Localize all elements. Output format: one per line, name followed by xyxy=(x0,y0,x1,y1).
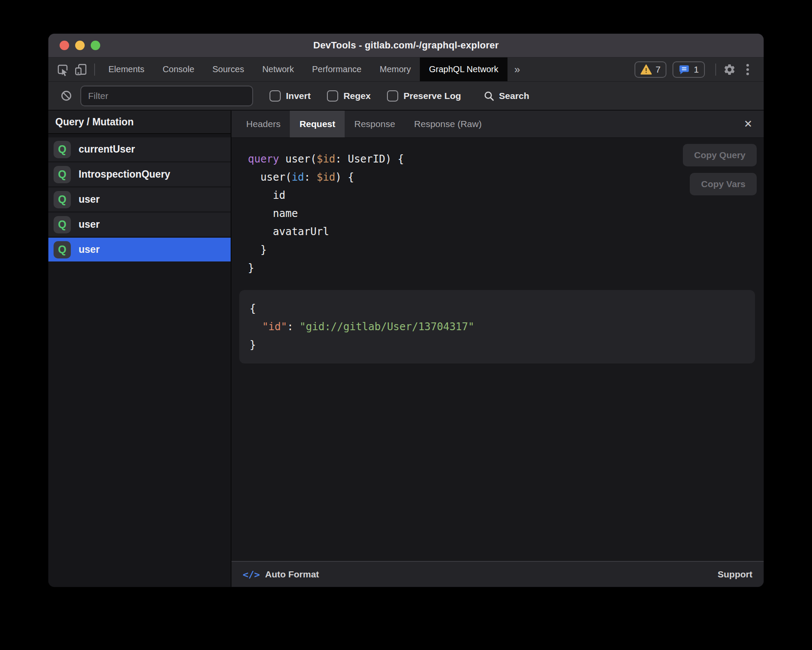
tab-memory[interactable]: Memory xyxy=(371,57,420,81)
code-line: } xyxy=(250,336,745,354)
auto-format-button[interactable]: </> Auto Format xyxy=(243,569,319,580)
desktop-background: DevTools - gitlab.com/-/graphql-explorer xyxy=(0,0,812,650)
auto-format-label: Auto Format xyxy=(265,569,319,580)
request-content: Copy Query Copy Vars query user($id: Use… xyxy=(232,138,764,561)
tab-network[interactable]: Network xyxy=(253,57,303,81)
titlebar: DevTools - gitlab.com/-/graphql-explorer xyxy=(48,34,764,57)
issue-count: 1 xyxy=(694,64,699,75)
search-button[interactable]: Search xyxy=(483,90,529,102)
inspect-element-icon[interactable] xyxy=(54,61,72,79)
checkbox-invert[interactable]: Invert xyxy=(270,90,311,102)
checkbox-box[interactable] xyxy=(270,90,281,102)
code-format-icon: </> xyxy=(243,569,260,580)
code-line: } xyxy=(248,241,764,259)
checkbox-label: Regex xyxy=(343,91,371,101)
copy-query-button[interactable]: Copy Query xyxy=(683,144,757,166)
query-name-label: user xyxy=(79,244,100,255)
tab-graphql-network[interactable]: GraphQL Network xyxy=(420,57,507,81)
query-name-label: user xyxy=(79,219,100,230)
devtools-tabs: ElementsConsoleSourcesNetworkPerformance… xyxy=(99,57,508,81)
block-icon xyxy=(60,90,72,102)
detail-tab-headers[interactable]: Headers xyxy=(237,111,290,137)
code-line: "id": "gid://gitlab/User/13704317" xyxy=(250,318,745,336)
sidebar-header: Query / Mutation xyxy=(48,111,231,134)
inspect-element-icon xyxy=(56,63,69,76)
checkbox-box[interactable] xyxy=(387,90,398,102)
code-line: } xyxy=(248,259,764,277)
query-list-item-user[interactable]: Q user xyxy=(48,238,231,261)
tab-elements[interactable]: Elements xyxy=(99,57,153,81)
query-list-item-currentuser[interactable]: Q currentUser xyxy=(48,137,231,161)
query-type-badge: Q xyxy=(54,241,71,258)
detail-tab-response-raw[interactable]: Response (Raw) xyxy=(405,111,491,137)
warning-count: 7 xyxy=(656,64,661,75)
copy-buttons: Copy Query Copy Vars xyxy=(683,144,757,195)
toolbar-divider xyxy=(715,64,716,76)
panel-footer: </> Auto Format Support xyxy=(232,561,764,587)
query-list: Q currentUser Q IntrospectionQuery Q use… xyxy=(48,134,231,263)
settings-gear-icon[interactable] xyxy=(720,61,739,79)
kebab-menu-icon[interactable] xyxy=(739,61,757,79)
filter-checkboxes: Invert Regex Preserve Log xyxy=(253,90,461,102)
kebab-menu-icon xyxy=(746,64,749,75)
checkbox-preserve-log[interactable]: Preserve Log xyxy=(387,90,461,102)
query-list-item-user[interactable]: Q user xyxy=(48,188,231,211)
devtools-window: DevTools - gitlab.com/-/graphql-explorer xyxy=(48,34,764,587)
traffic-lights xyxy=(60,34,100,57)
query-list-item-user[interactable]: Q user xyxy=(48,213,231,236)
query-name-label: IntrospectionQuery xyxy=(79,169,170,180)
devtools-tabbar: ElementsConsoleSourcesNetworkPerformance… xyxy=(48,57,764,81)
query-type-badge: Q xyxy=(54,191,71,208)
close-panel-icon[interactable]: ✕ xyxy=(744,118,752,130)
device-toolbar-icon[interactable] xyxy=(72,61,90,79)
filterbar: Invert Regex Preserve Log Search xyxy=(48,81,764,111)
query-type-badge: Q xyxy=(54,166,71,183)
more-tabs-button[interactable]: » xyxy=(508,64,527,76)
warning-icon xyxy=(641,64,652,75)
checkbox-label: Preserve Log xyxy=(403,91,461,101)
clear-filter-icon[interactable] xyxy=(57,87,75,105)
detail-tab-response[interactable]: Response xyxy=(345,111,405,137)
close-window-button[interactable] xyxy=(60,41,69,50)
zoom-window-button[interactable] xyxy=(91,41,100,50)
checkbox-box[interactable] xyxy=(327,90,338,102)
copy-vars-button[interactable]: Copy Vars xyxy=(690,173,757,195)
checkbox-regex[interactable]: Regex xyxy=(327,90,371,102)
request-detail-panel: HeadersRequestResponseResponse (Raw)✕ Co… xyxy=(232,111,764,587)
tab-sources[interactable]: Sources xyxy=(203,57,253,81)
code-line: { xyxy=(250,300,745,318)
detail-tabs: HeadersRequestResponseResponse (Raw)✕ xyxy=(232,111,764,138)
code-line: avatarUrl xyxy=(248,223,764,241)
device-toolbar-icon xyxy=(74,63,87,76)
tab-console[interactable]: Console xyxy=(153,57,203,81)
warnings-badge[interactable]: 7 xyxy=(634,61,667,78)
query-name-label: user xyxy=(79,194,100,205)
window-title: DevTools - gitlab.com/-/graphql-explorer xyxy=(313,40,498,51)
gear-icon xyxy=(723,63,736,76)
query-type-badge: Q xyxy=(54,216,71,233)
checkbox-label: Invert xyxy=(286,91,311,101)
tab-performance[interactable]: Performance xyxy=(303,57,371,81)
message-bubble-icon xyxy=(679,64,690,75)
issues-badge[interactable]: 1 xyxy=(672,61,705,78)
search-label: Search xyxy=(499,91,529,101)
detail-tab-request[interactable]: Request xyxy=(290,111,345,137)
toolbar-divider xyxy=(94,64,95,76)
search-icon xyxy=(483,90,495,102)
query-name-label: currentUser xyxy=(79,143,135,155)
query-type-badge: Q xyxy=(54,141,71,158)
support-link[interactable]: Support xyxy=(718,569,752,580)
query-list-item-introspectionquery[interactable]: Q IntrospectionQuery xyxy=(48,162,231,186)
minimize-window-button[interactable] xyxy=(75,41,85,50)
code-line: name xyxy=(248,204,764,223)
query-list-sidebar: Query / Mutation Q currentUser Q Introsp… xyxy=(48,111,232,587)
main-split: Query / Mutation Q currentUser Q Introsp… xyxy=(48,111,764,587)
query-variables-box: { "id": "gid://gitlab/User/13704317"} xyxy=(239,290,755,363)
filter-input[interactable] xyxy=(80,86,253,106)
